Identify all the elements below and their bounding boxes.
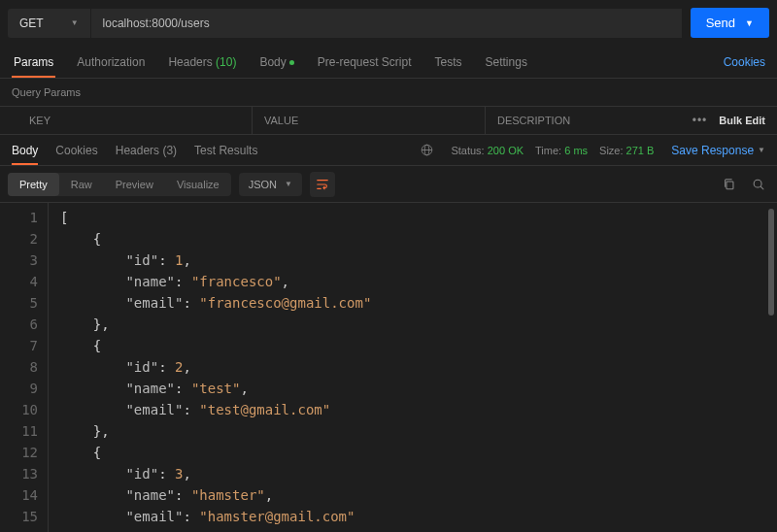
search-icon[interactable]: [752, 178, 765, 191]
bulk-edit-button[interactable]: Bulk Edit: [719, 115, 765, 126]
tab-settings[interactable]: Settings: [484, 48, 529, 77]
headers-count: (10): [216, 55, 236, 69]
http-method-select[interactable]: GET ▼: [8, 9, 90, 38]
query-params-label: Query Params: [0, 79, 777, 106]
response-status: Status: 200 OK Time: 6 ms Size: 271 B: [451, 145, 654, 156]
tab-tests[interactable]: Tests: [433, 48, 464, 77]
url-input[interactable]: [91, 9, 682, 38]
response-time: 6 ms: [564, 145, 588, 156]
svg-line-5: [760, 186, 763, 189]
status-code: 200 OK: [488, 145, 524, 156]
http-method-value: GET: [19, 17, 44, 30]
send-button-label: Send: [706, 16, 735, 30]
response-headers-count: (3): [162, 144, 177, 157]
response-tab-headers[interactable]: Headers (3): [116, 137, 177, 164]
send-button[interactable]: Send ▼: [691, 8, 769, 38]
request-bar: GET ▼ Send ▼: [0, 0, 777, 46]
column-value: VALUE: [253, 107, 486, 134]
tab-headers[interactable]: Headers (10): [166, 48, 238, 77]
response-view-toolbar: Pretty Raw Preview Visualize JSON ▼: [0, 166, 777, 203]
response-tabs: Body Cookies Headers (3) Test Results St…: [0, 135, 777, 166]
more-options-icon[interactable]: •••: [693, 114, 708, 127]
format-value: JSON: [249, 179, 277, 190]
view-preview[interactable]: Preview: [104, 173, 165, 196]
tab-authorization[interactable]: Authorization: [75, 48, 147, 77]
column-description: DESCRIPTION: [486, 107, 681, 134]
response-tab-test-results[interactable]: Test Results: [194, 137, 257, 164]
tab-body[interactable]: Body: [257, 48, 295, 77]
tab-params[interactable]: Params: [12, 48, 55, 78]
column-key: KEY: [0, 107, 253, 134]
view-pretty[interactable]: Pretty: [8, 173, 59, 196]
params-table-header: KEY VALUE DESCRIPTION ••• Bulk Edit: [0, 106, 777, 135]
wrap-lines-button[interactable]: [310, 172, 335, 197]
copy-icon[interactable]: [723, 178, 736, 191]
request-tabs: Params Authorization Headers (10) Body P…: [0, 46, 777, 79]
globe-icon[interactable]: [421, 144, 433, 156]
line-number-gutter: 12345678910111213141516: [0, 203, 49, 532]
svg-point-4: [754, 180, 761, 187]
chevron-down-icon: ▼: [285, 180, 292, 188]
scrollbar[interactable]: [768, 209, 774, 316]
cookies-link[interactable]: Cookies: [724, 55, 765, 69]
response-body-code[interactable]: 12345678910111213141516 [ { "id": 1, "na…: [0, 203, 777, 532]
save-response-button[interactable]: Save Response ▼: [671, 144, 765, 157]
response-tab-cookies[interactable]: Cookies: [55, 137, 97, 164]
chevron-down-icon: ▼: [758, 146, 765, 154]
format-select[interactable]: JSON ▼: [239, 173, 302, 196]
view-raw[interactable]: Raw: [59, 173, 104, 196]
response-size: 271 B: [626, 145, 655, 156]
view-visualize[interactable]: Visualize: [165, 173, 231, 196]
chevron-down-icon: ▼: [71, 18, 79, 27]
code-content: [ { "id": 1, "name": "francesco", "email…: [49, 203, 371, 532]
body-indicator-dot: [289, 60, 294, 65]
tab-pre-request-script[interactable]: Pre-request Script: [316, 48, 414, 77]
chevron-down-icon: ▼: [745, 18, 754, 28]
view-mode-tabs: Pretty Raw Preview Visualize: [8, 173, 231, 196]
response-tab-body[interactable]: Body: [12, 137, 38, 165]
svg-rect-3: [726, 181, 733, 188]
